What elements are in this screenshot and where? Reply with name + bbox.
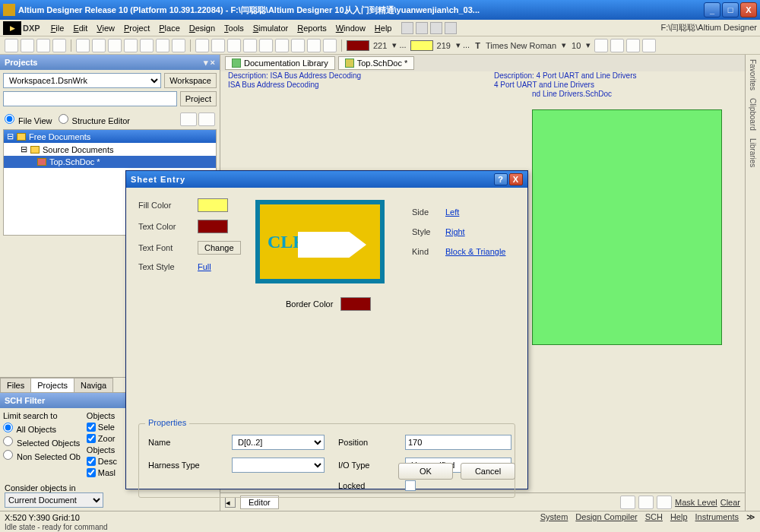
tool-button[interactable] xyxy=(211,39,225,52)
tool-button[interactable] xyxy=(323,39,337,52)
side-tab-libraries[interactable]: Libraries xyxy=(749,138,757,167)
tool-button[interactable] xyxy=(5,39,18,52)
tool-button[interactable] xyxy=(291,39,305,52)
tool-button[interactable] xyxy=(243,39,257,52)
tool-button[interactable] xyxy=(140,39,154,52)
mask-level-link[interactable]: Mask Level xyxy=(675,498,717,507)
tool-button[interactable] xyxy=(642,39,656,52)
side-tab-clipboard[interactable]: Clipboard xyxy=(749,98,757,131)
tree-folder[interactable]: ⊟ Source Documents xyxy=(4,143,216,156)
tab-files[interactable]: Files xyxy=(0,378,31,392)
tool-button[interactable] xyxy=(21,39,34,52)
tool-button[interactable] xyxy=(195,39,209,52)
workspace-button[interactable]: Workspace xyxy=(164,73,217,88)
menu-window[interactable]: Window xyxy=(336,24,366,33)
tool-button[interactable] xyxy=(610,39,624,52)
ed-tool[interactable] xyxy=(620,496,635,509)
tree-root[interactable]: ⊟ Free Documents xyxy=(4,130,216,143)
font-name[interactable]: Times New Roman xyxy=(486,41,556,50)
tool-button[interactable] xyxy=(227,39,241,52)
doc-tab-lib[interactable]: Documentation Library xyxy=(225,56,335,70)
close-button[interactable]: X xyxy=(740,2,757,17)
dialog-close-button[interactable]: X xyxy=(509,173,523,185)
locked-checkbox[interactable] xyxy=(405,480,416,491)
selected-objects-radio[interactable]: Selected Objects xyxy=(3,436,81,448)
ed-tool[interactable] xyxy=(638,496,654,509)
tool-button[interactable] xyxy=(124,39,138,52)
tool-button[interactable] xyxy=(594,39,608,52)
border-color-swatch[interactable] xyxy=(340,297,371,311)
chk-mask[interactable]: Masl xyxy=(87,468,117,477)
tool-button[interactable] xyxy=(259,39,273,52)
panel-opt-button[interactable] xyxy=(180,112,197,126)
tool-button[interactable] xyxy=(307,39,321,52)
tool-button[interactable] xyxy=(172,39,185,52)
dialog-help-button[interactable]: ? xyxy=(494,173,508,185)
menu-view[interactable]: View xyxy=(97,24,115,33)
menu-simulator[interactable]: Simulator xyxy=(253,24,288,33)
side-tab-favorites[interactable]: Favorites xyxy=(749,59,757,90)
menu-help[interactable]: Help xyxy=(375,24,392,33)
tab-projects[interactable]: Projects xyxy=(30,378,74,392)
tool-button[interactable] xyxy=(52,39,66,52)
menu-place[interactable]: Place xyxy=(159,24,180,33)
status-instruments[interactable]: Instruments xyxy=(695,512,739,522)
chk-select[interactable]: Sele xyxy=(87,423,117,432)
dxp-label[interactable]: DXP xyxy=(23,24,40,33)
panel-opt-button[interactable] xyxy=(198,112,215,126)
color-swatch-2[interactable] xyxy=(410,40,433,51)
toolbar-icon[interactable] xyxy=(416,22,428,34)
kind-link[interactable]: Block & Triangle xyxy=(445,247,505,256)
menu-file[interactable]: File xyxy=(51,24,65,33)
file-view-radio[interactable]: File View xyxy=(5,114,52,125)
text-color-swatch[interactable] xyxy=(198,220,228,233)
toolbar-icon[interactable] xyxy=(401,22,413,34)
tool-button[interactable] xyxy=(275,39,289,52)
minimize-button[interactable]: _ xyxy=(704,2,720,17)
workspace-select[interactable]: Workspace1.DsnWrk xyxy=(3,73,161,88)
name-input[interactable]: D[0..2] xyxy=(232,435,325,450)
menu-edit[interactable]: Edit xyxy=(73,24,87,33)
style-link[interactable]: Right xyxy=(445,227,465,236)
status-system[interactable]: System xyxy=(540,512,568,522)
toolbar-icon[interactable] xyxy=(445,22,457,34)
status-help[interactable]: Help xyxy=(670,512,688,522)
tree-document[interactable]: Top.SchDoc * xyxy=(4,156,216,168)
doc-tab-top[interactable]: Top.SchDoc * xyxy=(338,56,415,70)
font-size[interactable]: 10 xyxy=(572,41,581,50)
position-input[interactable] xyxy=(405,435,511,450)
sheet-symbol[interactable] xyxy=(532,109,722,345)
toolbar-icon[interactable] xyxy=(430,22,442,34)
project-button[interactable]: Project xyxy=(180,91,217,106)
harness-select[interactable] xyxy=(232,458,325,473)
ok-button[interactable]: OK xyxy=(398,463,453,480)
tool-button[interactable] xyxy=(626,39,640,52)
color-swatch-1[interactable] xyxy=(347,40,369,51)
clear-link[interactable]: Clear xyxy=(720,498,740,507)
ed-tool[interactable] xyxy=(657,496,672,509)
fill-color-swatch[interactable] xyxy=(198,198,228,212)
cancel-button[interactable]: Cancel xyxy=(461,463,515,480)
structure-editor-radio[interactable]: Structure Editor xyxy=(59,114,130,125)
dialog-titlebar[interactable]: Sheet Entry ? X xyxy=(126,171,527,188)
side-link[interactable]: Left xyxy=(445,207,459,217)
panel-menu-icon[interactable]: ▾ × xyxy=(204,58,215,68)
tool-button[interactable] xyxy=(156,39,169,52)
status-sch[interactable]: SCH xyxy=(645,512,663,522)
project-input[interactable] xyxy=(3,91,177,106)
status-design-compiler[interactable]: Design Compiler xyxy=(575,512,637,522)
menu-design[interactable]: Design xyxy=(189,24,215,33)
tool-button[interactable] xyxy=(76,39,90,52)
change-font-button[interactable]: Change xyxy=(198,241,241,255)
all-objects-radio[interactable]: All Objects xyxy=(3,423,81,434)
menu-project[interactable]: Project xyxy=(124,24,150,33)
dxp-icon[interactable]: ▶ xyxy=(3,21,21,35)
chk-zoom[interactable]: Zoor xyxy=(87,434,117,443)
text-style-link[interactable]: Full xyxy=(198,262,211,271)
maximize-button[interactable]: □ xyxy=(722,2,739,17)
menu-tools[interactable]: Tools xyxy=(224,24,244,33)
scope-select[interactable]: Current Document xyxy=(5,492,103,508)
tab-navigator[interactable]: Naviga xyxy=(74,378,113,392)
tool-button[interactable] xyxy=(92,39,106,52)
tool-button[interactable] xyxy=(108,39,122,52)
